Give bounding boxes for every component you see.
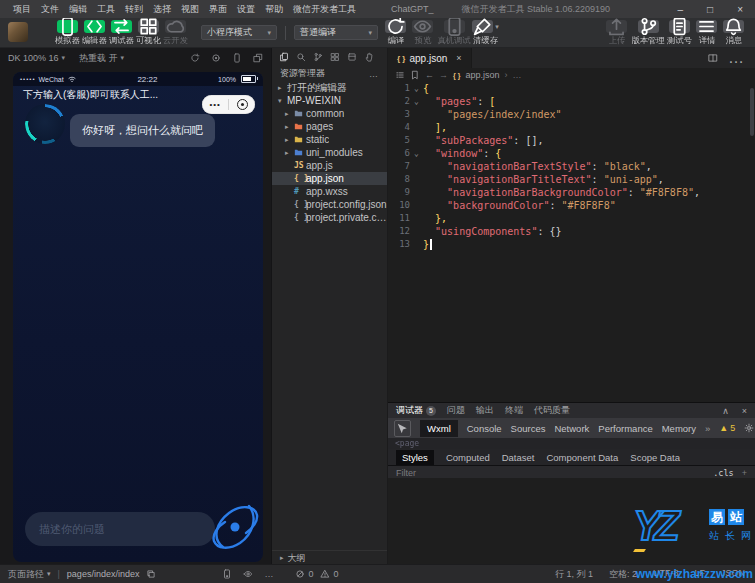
tab-app-json[interactable]: { } app.json × xyxy=(388,48,472,68)
panel-tab-代码质量[interactable]: 代码质量 xyxy=(534,404,570,417)
styles-tab-Dataset[interactable]: Dataset xyxy=(502,452,535,463)
menu-帮助[interactable]: 帮助 xyxy=(260,3,288,16)
close-panel-icon[interactable]: × xyxy=(742,406,747,416)
close-button[interactable]: × xyxy=(737,4,743,15)
statusbar-item[interactable]: LF xyxy=(694,568,705,581)
question-input[interactable]: 描述你的问题 xyxy=(25,512,215,546)
statusbar-item[interactable]: JSON xyxy=(721,568,745,581)
tree-item-app.js[interactable]: JSapp.js xyxy=(272,159,387,172)
toolbar-button-清缓存[interactable]: ▾清缓存 xyxy=(472,20,499,47)
tree-item-pages[interactable]: ▸pages xyxy=(272,120,387,133)
devtools-tab-Console[interactable]: Console xyxy=(467,423,502,434)
detach-simulator-icon[interactable] xyxy=(222,569,232,579)
more-icon[interactable]: … xyxy=(264,569,274,579)
menu-工具[interactable]: 工具 xyxy=(92,3,120,16)
files-view-icon[interactable] xyxy=(279,52,289,62)
forward-icon[interactable]: → xyxy=(439,70,448,80)
tree-item-static[interactable]: ▸static xyxy=(272,133,387,146)
styles-tab-Computed[interactable]: Computed xyxy=(446,452,490,463)
copy-path-icon[interactable] xyxy=(146,569,156,579)
toolbar-button-编译[interactable]: 编译 xyxy=(382,20,409,47)
statusbar-item[interactable]: UTF-8 xyxy=(653,568,679,581)
atom-logo-icon[interactable] xyxy=(209,498,261,556)
extensions-icon[interactable] xyxy=(330,52,340,62)
hand-tool-icon[interactable] xyxy=(364,52,374,62)
bookmark-icon[interactable] xyxy=(410,70,420,80)
toolbar-button-调试器[interactable]: 调试器 xyxy=(108,20,135,47)
toolbar-button-模拟器[interactable]: 模拟器 xyxy=(54,20,81,47)
device-select[interactable]: DK 100% 16 ▾ xyxy=(8,53,65,63)
tree-item-app.wxss[interactable]: #app.wxss xyxy=(272,185,387,198)
menu-选择[interactable]: 选择 xyxy=(148,3,176,16)
maximize-button[interactable]: □ xyxy=(707,4,713,15)
panel-tab-问题[interactable]: 问题 xyxy=(447,404,465,417)
toolbar-button-云开发[interactable]: 云开发 xyxy=(162,20,189,47)
gear-icon[interactable] xyxy=(744,423,754,433)
back-icon[interactable]: ← xyxy=(425,70,434,80)
menu-界面[interactable]: 界面 xyxy=(204,3,232,16)
devtools-tab-Sources[interactable]: Sources xyxy=(511,423,546,434)
menu-编辑[interactable]: 编辑 xyxy=(64,3,92,16)
code-editor[interactable]: 1⌄{2⌄ "pages": [3 "pages/index/index"4 ]… xyxy=(388,82,749,403)
menu-转到[interactable]: 转到 xyxy=(120,3,148,16)
mode-select[interactable]: 小程序模式 ▾ xyxy=(201,25,277,40)
restart-icon[interactable] xyxy=(190,53,200,63)
inspect-element-icon[interactable] xyxy=(394,420,411,437)
source-control-icon[interactable] xyxy=(313,52,323,62)
statusbar-item[interactable]: 行 1, 列 1 xyxy=(555,568,593,581)
minimize-button[interactable]: – xyxy=(678,4,684,15)
warning-count[interactable]: ▲5 xyxy=(719,423,735,433)
project-root-row[interactable]: ▾ MP-WEIXIN xyxy=(272,94,387,107)
toolbar-button-编辑器[interactable]: 编辑器 xyxy=(81,20,108,47)
menu-视图[interactable]: 视图 xyxy=(176,3,204,16)
devtools-tab-Network[interactable]: Network xyxy=(554,423,589,434)
add-rule-button[interactable]: + xyxy=(742,468,747,478)
devtools-tab-Performance[interactable]: Performance xyxy=(598,423,652,434)
menu-设置[interactable]: 设置 xyxy=(232,3,260,16)
toolbar-button-消息[interactable]: 消息 xyxy=(720,20,747,47)
open-editors-section[interactable]: ▸ 打开的编辑器 xyxy=(272,81,387,94)
editor-scrollbar[interactable] xyxy=(750,88,754,136)
panel-tab-调试器[interactable]: 调试器5 xyxy=(396,404,436,417)
record-icon[interactable] xyxy=(211,53,221,63)
statusbar-item[interactable]: 空格: 2 xyxy=(609,568,637,581)
hot-reload-toggle[interactable]: 热重载 开 ▾ xyxy=(79,52,124,65)
tree-item-app.json[interactable]: { }app.json xyxy=(272,172,387,185)
styles-tab-Component-Data[interactable]: Component Data xyxy=(546,452,618,463)
device-frame-icon[interactable] xyxy=(232,53,242,63)
user-avatar[interactable] xyxy=(8,22,28,42)
devtools-tab-Wxml[interactable]: Wxml xyxy=(420,420,458,437)
split-editor-icon[interactable] xyxy=(708,53,718,63)
devtools-tab-Memory[interactable]: Memory xyxy=(662,423,696,434)
breadcrumb-more[interactable]: … xyxy=(512,70,521,80)
panel-tab-终端[interactable]: 终端 xyxy=(505,404,523,417)
multi-window-icon[interactable] xyxy=(253,53,263,63)
compile-mode-select[interactable]: 普通编译 ▾ xyxy=(294,25,378,40)
tree-item-project.private.config.js…[interactable]: { }project.private.config.js… xyxy=(272,211,387,224)
menu-项目[interactable]: 项目 xyxy=(8,3,36,16)
preview-icon[interactable] xyxy=(347,52,357,62)
more-icon[interactable]: … xyxy=(369,69,379,79)
toolbar-button-可视化[interactable]: 可视化 xyxy=(135,20,162,47)
search-icon[interactable] xyxy=(296,52,306,62)
cls-toggle[interactable]: .cls xyxy=(713,468,733,478)
outline-list-icon[interactable] xyxy=(395,70,405,80)
menu-微信开发者工具[interactable]: 微信开发者工具 xyxy=(288,3,361,16)
more-icon[interactable]: ••• xyxy=(209,95,220,114)
collapse-panel-icon[interactable]: ∧ xyxy=(722,406,729,416)
filter-input[interactable]: Filter xyxy=(396,468,416,478)
styles-tab-Scope-Data[interactable]: Scope Data xyxy=(630,452,680,463)
tree-item-project.config.json[interactable]: { }project.config.json xyxy=(272,198,387,211)
toolbar-button-版本管理[interactable]: 版本管理 xyxy=(630,20,666,47)
page-path-select[interactable]: 页面路径 ▾ xyxy=(8,568,51,581)
more-tabs-icon[interactable]: » xyxy=(705,423,710,434)
close-tab-icon[interactable]: × xyxy=(456,53,461,63)
breadcrumb-file[interactable]: app.json xyxy=(465,70,499,80)
outline-section[interactable]: ▸ 大纲 xyxy=(272,550,387,565)
toolbar-button-详情[interactable]: 详情 xyxy=(693,20,720,47)
toolbar-button-测试号[interactable]: 测试号 xyxy=(666,20,693,47)
styles-tab-Styles[interactable]: Styles xyxy=(396,450,434,465)
menu-文件[interactable]: 文件 xyxy=(36,3,64,16)
tree-item-uni_modules[interactable]: ▸uni_modules xyxy=(272,146,387,159)
toggle-visibility-icon[interactable] xyxy=(243,569,253,579)
